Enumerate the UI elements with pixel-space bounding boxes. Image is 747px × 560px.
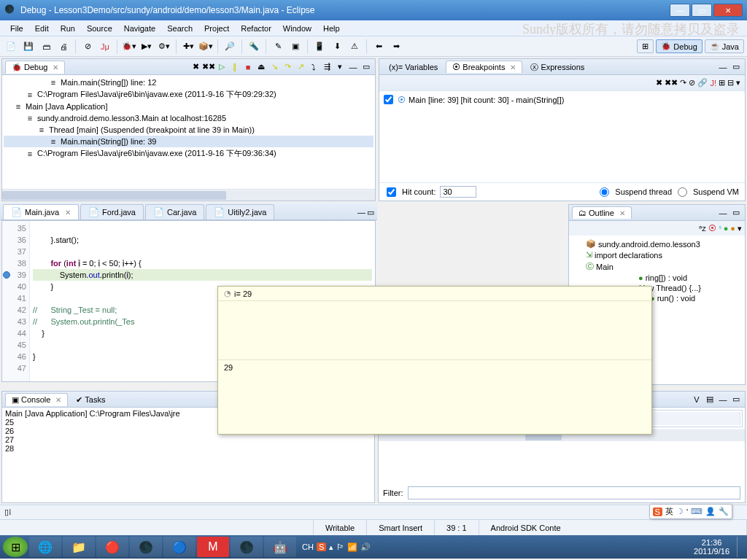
breakC-list[interactable]: ⦿ Main [line: 39] [hit count: 30] - main… bbox=[379, 91, 745, 108]
suspend-icon[interactable]: ‖ bbox=[229, 61, 241, 73]
link-icon[interactable]: 🔗 bbox=[697, 78, 708, 88]
taskbar-eclipse[interactable]: 🌑 bbox=[130, 537, 162, 557]
debug-tree[interactable]: ≡Main.main(String[]) line: 12≡C:\Program… bbox=[2, 75, 375, 189]
menu-refactor[interactable]: Refactor bbox=[235, 23, 277, 34]
tab-main-java[interactable]: 📄 Main.java ✕ bbox=[3, 204, 79, 219]
tab-uitily2-java[interactable]: 📄 Uitily2.java bbox=[206, 204, 274, 219]
breakpoint-marker[interactable] bbox=[3, 271, 10, 279]
volume-icon[interactable]: 🔊 bbox=[360, 542, 371, 552]
comma-icon[interactable]: ' bbox=[686, 508, 688, 516]
expand-all-icon[interactable]: ⊞ bbox=[719, 78, 725, 88]
close-icon[interactable]: ✕ bbox=[62, 209, 71, 217]
drop-frame-icon[interactable]: ⤵ bbox=[308, 61, 320, 73]
external-button[interactable]: ⚙▾ bbox=[156, 39, 172, 55]
tab-variables[interactable]: (x)= Variables bbox=[382, 61, 444, 73]
save-button[interactable]: 💾 bbox=[20, 39, 36, 55]
hitcount-checkbox[interactable] bbox=[387, 187, 396, 197]
maximize-button[interactable]: ▭ bbox=[692, 4, 712, 17]
show-desktop[interactable] bbox=[737, 537, 744, 557]
close-icon[interactable]: ✕ bbox=[507, 63, 516, 71]
maximize-icon[interactable]: ▭ bbox=[730, 207, 742, 219]
taskbar-m[interactable]: M bbox=[197, 537, 229, 557]
menu-project[interactable]: Project bbox=[198, 23, 235, 34]
close-icon[interactable]: ✕ bbox=[616, 209, 625, 217]
view-menu-icon[interactable]: ▾ bbox=[736, 78, 740, 88]
taskbar-eclipse2[interactable]: 🌑 bbox=[231, 537, 263, 557]
outline-item[interactable]: Ⓒ Main bbox=[572, 260, 742, 273]
resume-icon[interactable]: ▷ bbox=[216, 61, 228, 73]
hide-fields-icon[interactable]: ⦿ bbox=[708, 224, 716, 233]
menu-navigate[interactable]: Navigate bbox=[118, 23, 161, 34]
taskbar-screencap[interactable]: 🔵 bbox=[163, 537, 196, 557]
tab-ford-java[interactable]: 📄 Ford.java bbox=[80, 204, 144, 219]
list-icon[interactable]: ▤ bbox=[704, 394, 716, 405]
remove-bp-icon[interactable]: ✖ bbox=[656, 78, 662, 88]
add-java-exc-icon[interactable]: J! bbox=[710, 79, 716, 88]
junit-button[interactable]: Jμ bbox=[97, 39, 113, 55]
close-icon[interactable]: ✕ bbox=[53, 396, 61, 404]
minimize-button[interactable]: — bbox=[670, 4, 690, 17]
debug-button[interactable]: 🐞▾ bbox=[121, 39, 137, 55]
hide-nonpublic-icon[interactable]: ● bbox=[724, 224, 729, 233]
outline-tab[interactable]: 🗂 Outline✕ bbox=[572, 206, 632, 219]
debug-tree-node[interactable]: ≡C:\Program Files\Java\jre6\bin\javaw.ex… bbox=[4, 88, 374, 101]
menu-help[interactable]: Help bbox=[317, 23, 346, 34]
bp-checkbox[interactable] bbox=[384, 95, 393, 104]
search-button[interactable]: 🔦 bbox=[246, 39, 262, 55]
new-class-button[interactable]: ✚▾ bbox=[180, 39, 196, 55]
suspend-vm-radio[interactable] bbox=[678, 187, 687, 197]
step-over-icon[interactable]: ↷ bbox=[282, 61, 293, 73]
remove-launch-icon[interactable]: ✖ bbox=[190, 61, 201, 73]
debug-hscroll[interactable] bbox=[2, 189, 375, 201]
taskbar-explorer[interactable]: 📁 bbox=[63, 537, 95, 557]
tab-breakpoints[interactable]: ⦿ Breakpoints✕ bbox=[446, 61, 522, 73]
new-button[interactable]: 📄 bbox=[3, 39, 19, 55]
run-button[interactable]: ▶▾ bbox=[139, 39, 155, 55]
minimize-icon[interactable]: — bbox=[357, 208, 365, 217]
outline-item[interactable]: ⇲ import declarations bbox=[572, 249, 742, 260]
menu-edit[interactable]: Edit bbox=[29, 23, 55, 34]
taskbar-chrome[interactable]: 🔴 bbox=[96, 537, 128, 557]
network-icon[interactable]: 📶 bbox=[347, 542, 357, 552]
menu-source[interactable]: Source bbox=[81, 23, 118, 34]
step-into-icon[interactable]: ↘ bbox=[268, 61, 280, 73]
tab-expressions[interactable]: ⓧ Expressions bbox=[524, 60, 591, 74]
fwd-button[interactable]: ➡ bbox=[388, 39, 404, 55]
outline-item[interactable]: 📦 sundy.android.demo.lesson3 bbox=[572, 238, 742, 249]
toggle-block-button[interactable]: ▣ bbox=[287, 39, 303, 55]
verbose-icon[interactable]: V bbox=[691, 394, 703, 405]
maximize-icon[interactable]: ▭ bbox=[730, 61, 742, 73]
tasks-tab[interactable]: ✔ Tasks bbox=[69, 393, 112, 406]
menu-file[interactable]: File bbox=[4, 23, 29, 34]
keyboard-icon[interactable]: ⌨ bbox=[691, 507, 703, 516]
step-filter-icon[interactable]: ⇶ bbox=[321, 61, 333, 73]
terminate-icon[interactable]: ■ bbox=[242, 61, 254, 73]
remove-all-icon[interactable]: ✖✖ bbox=[203, 61, 214, 73]
debug-tree-node[interactable]: ≡Main.main(String[]) line: 12 bbox=[4, 77, 374, 88]
minimize-icon[interactable]: — bbox=[717, 394, 729, 405]
taskbar-ie[interactable]: 🌐 bbox=[29, 537, 61, 557]
tab-car-java[interactable]: 📄 Car.java bbox=[145, 204, 204, 219]
hide-local-icon[interactable]: ● bbox=[730, 224, 735, 233]
open-perspective-button[interactable]: ⊞ bbox=[637, 39, 654, 53]
minimize-icon[interactable]: — bbox=[347, 61, 359, 73]
debug-tree-node[interactable]: ≡Main [Java Application] bbox=[4, 101, 374, 112]
moon-icon[interactable]: ☽ bbox=[676, 507, 684, 516]
flag-icon[interactable]: 🏳 bbox=[336, 542, 344, 551]
outline-item[interactable]: ● ring[]) : void bbox=[572, 273, 742, 283]
suspend-thread-radio[interactable] bbox=[600, 187, 609, 197]
lint-button[interactable]: ⚠ bbox=[347, 39, 363, 55]
close-icon[interactable]: ✕ bbox=[50, 63, 58, 71]
view-menu-icon[interactable]: ▾ bbox=[334, 61, 346, 73]
person-icon[interactable]: 👤 bbox=[705, 507, 716, 516]
avd-button[interactable]: 📱 bbox=[311, 39, 328, 55]
new-package-button[interactable]: 📦▾ bbox=[198, 39, 214, 55]
sort-icon[interactable]: ᵃz bbox=[699, 224, 706, 233]
view-menu-icon[interactable]: ▾ bbox=[738, 224, 742, 233]
print-button[interactable]: 🖨 bbox=[55, 39, 71, 55]
maximize-icon[interactable]: ▭ bbox=[360, 61, 372, 73]
perspective-java[interactable]: ☕ Java bbox=[705, 39, 744, 53]
remove-all-bp-icon[interactable]: ✖✖ bbox=[665, 78, 678, 88]
filter-input[interactable] bbox=[408, 486, 741, 499]
taskbar-android[interactable]: 🤖 bbox=[264, 537, 296, 557]
